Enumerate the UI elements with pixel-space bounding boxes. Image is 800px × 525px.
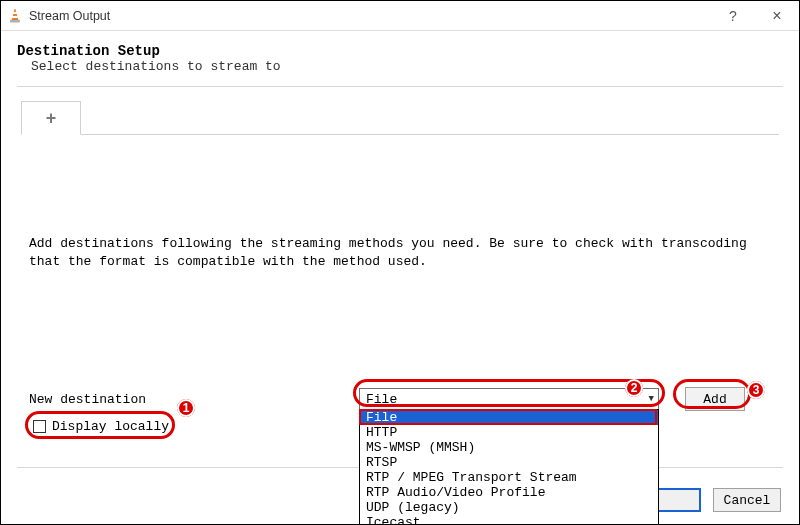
dropdown-option[interactable]: RTP Audio/Video Profile	[360, 485, 658, 500]
close-button[interactable]: ×	[755, 1, 799, 31]
annotation-number-2: 2	[625, 379, 643, 397]
svg-rect-1	[13, 12, 17, 14]
display-locally-checkbox[interactable]	[33, 420, 46, 433]
display-locally-row: Display locally	[33, 419, 169, 434]
add-button-label: Add	[703, 392, 726, 407]
dropdown-option[interactable]: UDP (legacy)	[360, 500, 658, 515]
display-locally-label: Display locally	[52, 419, 169, 434]
new-destination-row: New destination File ▼ Add	[29, 387, 771, 411]
svg-marker-0	[12, 9, 18, 20]
svg-rect-3	[10, 20, 20, 23]
instructions-text: Add destinations following the streaming…	[1, 135, 799, 270]
add-destination-tab[interactable]: +	[21, 101, 81, 135]
add-button[interactable]: Add	[685, 387, 745, 411]
destination-select[interactable]: File ▼	[359, 388, 659, 410]
divider	[17, 86, 783, 87]
vlc-app-icon	[7, 8, 23, 24]
destination-tabs: +	[21, 101, 779, 135]
dropdown-option[interactable]: Icecast	[360, 515, 658, 525]
window-title: Stream Output	[29, 9, 711, 23]
destination-dropdown[interactable]: File HTTP MS-WMSP (MMSH) RTSP RTP / MPEG…	[359, 409, 659, 525]
annotation-number-3: 3	[747, 381, 765, 399]
cancel-button-label: Cancel	[724, 493, 771, 508]
svg-rect-2	[12, 16, 18, 18]
dropdown-option[interactable]: RTP / MPEG Transport Stream	[360, 470, 658, 485]
annotation-number-1: 1	[177, 399, 195, 417]
destination-select-wrap: File ▼	[359, 388, 659, 410]
help-button[interactable]: ?	[711, 1, 755, 31]
dropdown-option[interactable]: RTSP	[360, 455, 658, 470]
dropdown-option[interactable]: File	[360, 410, 658, 425]
close-icon: ×	[772, 7, 781, 25]
cancel-button[interactable]: Cancel	[713, 488, 781, 512]
plus-icon: +	[46, 108, 57, 129]
help-icon: ?	[729, 8, 737, 24]
dropdown-option[interactable]: HTTP	[360, 425, 658, 440]
page-header: Destination Setup Select destinations to…	[1, 31, 799, 80]
chevron-down-icon: ▼	[649, 394, 654, 404]
titlebar: Stream Output ? ×	[1, 1, 799, 31]
page-subtitle: Select destinations to stream to	[31, 59, 783, 74]
page-title: Destination Setup	[17, 43, 783, 59]
destination-selected-value: File	[366, 392, 397, 407]
dropdown-option[interactable]: MS-WMSP (MMSH)	[360, 440, 658, 455]
